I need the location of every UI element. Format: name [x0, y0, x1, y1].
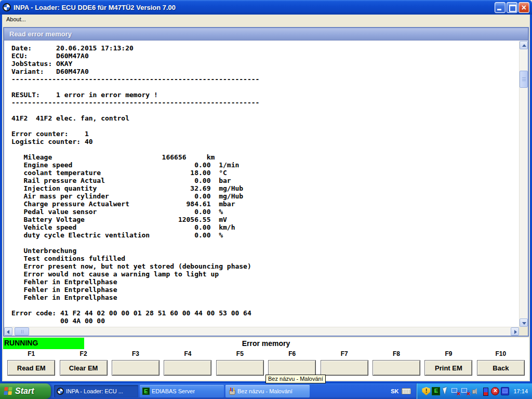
fkey-label-f1: F1: [5, 350, 57, 357]
menu-about[interactable]: About...: [2, 15, 30, 23]
taskbar: Start INPA - Loader: ECU ...EDIABAS Serv…: [0, 383, 532, 399]
fkey-label-f4: F4: [162, 350, 214, 357]
taskbar-tooltip: Bez názvu - Malování: [265, 375, 326, 383]
fkey-column-f9: F9Print EM: [422, 349, 474, 380]
fkey-column-f5: F5: [214, 349, 266, 380]
network-offline-1-icon[interactable]: [451, 387, 460, 395]
scroll-down-button[interactable]: [520, 318, 528, 327]
ediabas-icon: [142, 388, 150, 395]
running-status-badge: RUNNING: [3, 338, 84, 349]
battery-icon[interactable]: [481, 387, 489, 395]
start-label: Start: [15, 387, 34, 396]
start-button[interactable]: Start: [0, 383, 51, 399]
volume-icon[interactable]: [471, 387, 480, 395]
console-text: Date: 20.06.2015 17:13:20 ECU: D60M47A0 …: [4, 41, 519, 327]
window-controls: [495, 2, 529, 13]
ediabas-server-icon[interactable]: [432, 387, 440, 395]
menu-bar: About...: [2, 15, 530, 24]
window-title: INPA - Loader: ECU DDE6 für M47TÜ2 Versi…: [14, 4, 176, 11]
security-shield-icon[interactable]: [422, 387, 430, 395]
vertical-scroll-thumb[interactable]: [520, 71, 528, 88]
horizontal-scroll-thumb[interactable]: [15, 327, 29, 336]
fkey-button-f8-empty[interactable]: [373, 360, 420, 376]
desktop: INPA - Loader: ECU DDE6 für M47TÜ2 Versi…: [0, 0, 532, 399]
fkey-button-f3-empty[interactable]: [112, 360, 159, 376]
scroll-left-button[interactable]: [4, 327, 12, 336]
network-offline-2-icon[interactable]: [461, 387, 470, 395]
fkey-button-f2-clear-em[interactable]: Clear EM: [60, 360, 108, 376]
antivirus-icon[interactable]: [491, 387, 499, 395]
fkey-label-f8: F8: [370, 350, 422, 357]
close-button[interactable]: [518, 2, 529, 13]
task-label: INPA - Loader: ECU ...: [66, 388, 123, 394]
task-area: INPA - Loader: ECU ...EDIABAS ServerBez …: [54, 385, 310, 397]
taskbar-task-paint[interactable]: Bez názvu - Malování: [225, 385, 310, 397]
fkey-button-f7-empty[interactable]: [321, 360, 368, 376]
read-error-memory-window: Read error memory Date: 20.06.2015 17:13…: [3, 27, 529, 337]
tray-icons: [422, 387, 509, 395]
taskbar-task-bmw[interactable]: INPA - Loader: ECU ...: [54, 385, 138, 397]
fkey-column-f4: F4: [162, 349, 214, 380]
window-body: About... Read error memory Date: 20.06.2…: [0, 15, 532, 383]
fkey-column-f3: F3: [110, 349, 162, 380]
fkey-label-f7: F7: [318, 350, 370, 357]
vertical-scrollbar[interactable]: [519, 41, 528, 327]
fkey-column-f1: F1Read EM: [5, 349, 57, 380]
scrollbar-corner: [519, 327, 528, 336]
fkey-button-f6-empty[interactable]: [268, 360, 316, 376]
minimize-button[interactable]: [495, 2, 506, 13]
bmw-icon: [57, 388, 64, 395]
window-titlebar[interactable]: INPA - Loader: ECU DDE6 für M47TÜ2 Versi…: [0, 0, 532, 15]
fkey-label-f6: F6: [266, 350, 318, 357]
fkey-button-f1-read-em[interactable]: Read EM: [7, 360, 55, 376]
taskbar-clock: 17:14: [513, 388, 528, 394]
system-tray: 17:14: [416, 383, 532, 399]
scroll-up-button[interactable]: [520, 41, 528, 49]
fkey-button-f4-empty[interactable]: [164, 360, 211, 376]
fkey-label-f3: F3: [110, 350, 162, 357]
child-title: Read error memory: [9, 30, 72, 38]
up-arrow-icon: [522, 44, 526, 47]
down-arrow-icon: [522, 322, 526, 325]
fkey-label-f5: F5: [214, 350, 266, 357]
scroll-right-button[interactable]: [511, 327, 519, 336]
left-arrow-icon: [7, 330, 9, 334]
mouse-pointer-icon[interactable]: [442, 387, 450, 395]
fkey-button-f10-back[interactable]: Back: [477, 360, 525, 376]
remote-display-icon[interactable]: [501, 387, 509, 395]
fkey-label-f2: F2: [57, 350, 109, 357]
child-content: Date: 20.06.2015 17:13:20 ECU: D60M47A0 …: [4, 41, 528, 336]
function-key-panel: RUNNING Error memory F1Read EMF2Clear EM…: [3, 338, 529, 380]
child-titlebar: Read error memory: [4, 28, 528, 41]
horizontal-scrollbar[interactable]: [4, 327, 519, 336]
keyboard-icon[interactable]: [402, 388, 411, 394]
task-label: Bez názvu - Malování: [237, 388, 292, 394]
taskbar-task-ediabas[interactable]: EDIABAS Server: [140, 385, 224, 397]
fkey-column-f7: F7: [318, 349, 370, 380]
fkey-button-f9-print-em[interactable]: Print EM: [424, 360, 472, 376]
fkey-label-f10: F10: [475, 350, 527, 357]
bmw-logo-icon: [3, 3, 11, 11]
maximize-button[interactable]: [507, 2, 517, 13]
fkey-column-f8: F8: [370, 349, 422, 380]
fkey-button-f5-empty[interactable]: [216, 360, 264, 376]
windows-logo-icon: [4, 387, 13, 395]
status-row: RUNNING Error memory: [3, 338, 529, 349]
fkey-column-f2: F2Clear EM: [57, 349, 109, 380]
inpa-window: INPA - Loader: ECU DDE6 für M47TÜ2 Versi…: [0, 0, 532, 383]
language-indicator[interactable]: SK: [391, 388, 398, 394]
fkey-label-f9: F9: [422, 350, 474, 357]
language-area: SK: [391, 388, 416, 394]
fkey-column-f10: F10Back: [475, 349, 527, 380]
right-arrow-icon: [514, 330, 517, 334]
task-label: EDIABAS Server: [152, 388, 195, 394]
paint-icon: [228, 388, 235, 395]
